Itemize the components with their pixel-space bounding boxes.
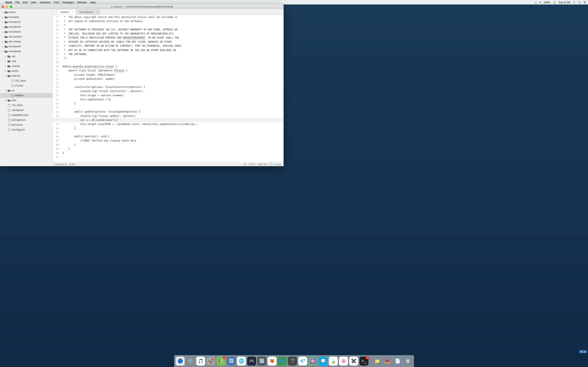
dock-app-settings[interactable]: ⚙️ [186, 357, 195, 366]
dock-app-downloads[interactable]: 📥 [383, 357, 392, 366]
gdrive-icon[interactable]: △ [535, 1, 537, 4]
chevron-icon[interactable]: ▸ [4, 99, 7, 101]
dock-app-steam[interactable]: 🎮 [247, 357, 256, 366]
desktop-file-label[interactable]: Sc...g [579, 350, 587, 353]
chevron-icon[interactable]: ▸ [2, 26, 4, 28]
status-path[interactable]: src/visual.ts [55, 163, 66, 166]
tree-folder[interactable]: ▸testviz [0, 10, 52, 15]
dock-app-imovie[interactable]: 🎬 [288, 357, 297, 366]
dock-app-firefox[interactable]: 🦊 [268, 357, 277, 366]
tree-file[interactable]: d3.v4.js [0, 83, 52, 88]
chevron-icon[interactable]: ▾ [4, 90, 7, 92]
tree-file[interactable]: tsconfig.json [0, 127, 52, 132]
dock-app-torrent[interactable]: 🌀 [278, 357, 287, 366]
tree-file[interactable]: .DS_Store [0, 103, 52, 108]
clock[interactable]: Tue 12:55 [558, 1, 570, 4]
tree-folder[interactable]: ▸.tmp [0, 59, 52, 64]
dock-app-finder[interactable]: 🔵 [176, 357, 185, 366]
tree-folder[interactable]: ▾src [0, 88, 52, 93]
chevron-icon[interactable]: ▾ [4, 75, 7, 77]
menu-selection[interactable]: Selection [40, 1, 51, 4]
chevron-icon[interactable]: ▾ [2, 50, 4, 53]
chevron-icon[interactable]: ▸ [2, 41, 4, 43]
close-button[interactable] [2, 6, 4, 8]
menu-view[interactable]: View [31, 1, 36, 4]
status-eol[interactable]: LF [244, 163, 246, 166]
chevron-icon[interactable]: ▸ [2, 21, 4, 23]
tree-folder[interactable]: ▾emmatest6 [0, 49, 52, 54]
chevron-icon[interactable]: ▸ [4, 65, 7, 67]
file-tree[interactable]: ▸testviz▸emmatest▸emmatest2▸emmatest3▸em… [0, 9, 53, 166]
dropbox-icon[interactable]: ⧈ [539, 1, 541, 4]
status-encoding[interactable]: UTF-8 [249, 163, 255, 166]
dock-app-trash[interactable]: 🗑 [403, 357, 412, 366]
tree-folder[interactable]: ▸assets [0, 68, 52, 73]
tree-folder[interactable]: ▾external [0, 73, 52, 78]
menubar-app[interactable]: Atom [5, 1, 12, 4]
dock-app-folder[interactable]: 📁 [373, 357, 382, 366]
tree-file[interactable]: capabilities.json [0, 113, 52, 117]
menu-file[interactable]: File [15, 1, 20, 4]
tab-bar[interactable]: visual.ts×tsconfig.json× [53, 9, 284, 15]
close-icon[interactable]: × [96, 11, 98, 13]
zoom-button[interactable] [10, 6, 12, 8]
tree-file[interactable]: visual.ts [0, 93, 52, 98]
minimize-button[interactable] [6, 6, 8, 8]
dock-app-excel[interactable]: ✖️ [349, 357, 358, 366]
dock-app-fresh[interactable]: 🍃 [329, 357, 338, 366]
dock-app-docs[interactable]: 📄 [393, 357, 402, 366]
dock-app-skype[interactable]: 💬 [319, 357, 328, 366]
menu-window[interactable]: Window [77, 1, 86, 4]
tree-folder[interactable]: ▸emmatest4 [0, 29, 52, 34]
code-lines[interactable]: * The above copyright notice and this pe… [61, 15, 284, 162]
menu-find[interactable]: Find [54, 1, 59, 4]
menu-edit[interactable]: Edit [23, 1, 27, 4]
dock[interactable]: 🔵⚙️🎵🚀📗1🖼🌐🎮🔢🦊🌀🎬💎⚛️💬🍃🌸✖️>_1📁📥📄🗑 [174, 355, 414, 367]
menu-icon[interactable]: ☰ [584, 1, 586, 4]
menu-packages[interactable]: Packages [62, 1, 74, 4]
tab[interactable]: visual.ts× [57, 9, 76, 15]
chevron-icon[interactable]: ▸ [2, 45, 4, 48]
chevron-icon[interactable]: ▸ [2, 11, 4, 13]
close-icon[interactable]: × [72, 11, 74, 13]
tab[interactable]: tsconfig.json× [76, 9, 100, 15]
chevron-icon[interactable]: ▸ [2, 16, 4, 18]
tree-folder[interactable]: ▸.vscode [0, 64, 52, 68]
folder-icon [7, 89, 11, 92]
dock-app-launchpad[interactable]: 🚀 [207, 357, 215, 366]
chevron-icon[interactable]: ▸ [4, 60, 7, 62]
spotlight-icon[interactable]: 🔍 [578, 1, 581, 4]
tree-folder[interactable]: ▸site powerbi [0, 34, 52, 39]
dock-app-atom[interactable]: ⚛️ [309, 357, 318, 366]
dock-app-preview[interactable]: 🖼 [227, 357, 236, 366]
tree-file[interactable]: package.json [0, 117, 52, 122]
tree-folder[interactable]: ▸emmatest [0, 15, 52, 20]
wifi-icon[interactable]: ⧛ [573, 1, 575, 4]
status-cursor[interactable]: 42:38 [69, 163, 75, 166]
dock-app-evernote[interactable]: 📗1 [217, 357, 226, 366]
dock-app-chrome[interactable]: 🌐 [237, 357, 246, 366]
tree-folder[interactable]: ▸.api [0, 54, 52, 59]
tree-folder[interactable]: ▸site vizdata [0, 39, 52, 44]
tree-folder[interactable]: ▸emmatest3 [0, 25, 52, 29]
dock-app-itunes[interactable]: 🎵 [196, 357, 205, 366]
code-editor[interactable]: 1718192021222324252627282930313233343536… [53, 15, 284, 162]
chevron-icon[interactable]: ▸ [2, 31, 4, 33]
tree-file[interactable]: .DS_Store [0, 78, 52, 83]
dock-app-terminal[interactable]: >_1 [360, 357, 369, 366]
dock-app-calculator[interactable]: 🔢 [258, 357, 267, 366]
tree-folder[interactable]: ▸style [0, 98, 52, 103]
tree-folder[interactable]: ▸emmatest2 [0, 20, 52, 25]
tree-file[interactable]: pbiviz.json [0, 122, 52, 127]
status-update[interactable]: 1 update [270, 163, 282, 166]
chevron-icon[interactable]: ▸ [2, 36, 4, 38]
dock-app-sketch[interactable]: 💎 [298, 357, 307, 366]
chevron-icon[interactable]: ▸ [4, 55, 7, 58]
tree-folder[interactable]: ▸emmatest5 [0, 44, 52, 49]
dock-app-photos[interactable]: 🌸 [339, 357, 348, 366]
titlebar[interactable]: visual.ts — /Users/Em/Documents/powerBI/… [0, 4, 284, 9]
tree-file[interactable]: .npmignore [0, 108, 52, 113]
menu-help[interactable]: Help [90, 1, 95, 4]
status-language[interactable]: Plain Text [258, 163, 268, 166]
chevron-icon[interactable]: ▸ [4, 70, 7, 72]
